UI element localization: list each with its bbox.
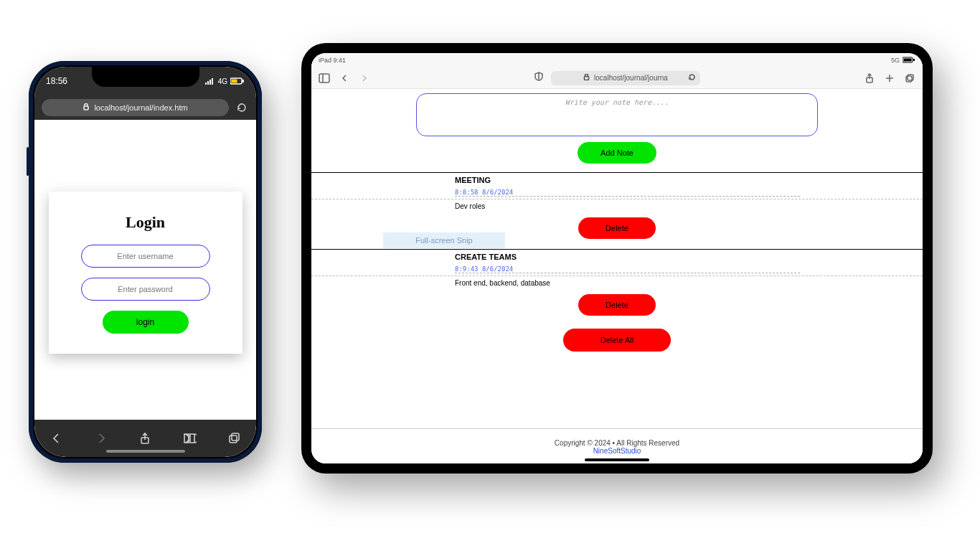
password-input[interactable] xyxy=(81,278,210,301)
tablet-status-bar: iPad 9:41 5G xyxy=(311,53,923,67)
footer-studio-link[interactable]: NineSoftStudio xyxy=(593,447,641,455)
login-heading: Login xyxy=(65,213,227,232)
tablet-device-frame: iPad 9:41 5G xyxy=(301,43,933,474)
tablet-network-label: 5G xyxy=(891,57,900,64)
reload-icon[interactable] xyxy=(688,73,696,83)
svg-rect-20 xyxy=(906,76,912,82)
tablet-page-content: Add Note MEETING 8:8:58 8/6/2024 Dev rol… xyxy=(311,89,923,463)
lock-icon xyxy=(83,103,90,112)
phone-screen: 18:56 4G localhost/journal/index. xyxy=(34,67,256,457)
signal-icon xyxy=(205,77,215,85)
svg-rect-0 xyxy=(205,83,207,85)
sidebar-icon[interactable] xyxy=(319,72,330,84)
note-body: Front end, backend, database xyxy=(311,276,923,287)
phone-device-frame: 18:56 4G localhost/journal/index. xyxy=(29,61,262,463)
add-note-button[interactable]: Add Note xyxy=(578,142,656,164)
login-card: Login login xyxy=(49,192,242,354)
back-icon[interactable] xyxy=(339,72,350,84)
note-title: MEETING xyxy=(455,176,923,184)
page-footer: Copyright © 2024 • All Rights Reserved N… xyxy=(311,428,923,455)
svg-rect-7 xyxy=(84,106,88,110)
tablet-url-text: localhost/journal/journa xyxy=(594,74,668,82)
svg-rect-13 xyxy=(913,59,915,61)
phone-status-time: 18:56 xyxy=(46,76,67,86)
delete-all-button[interactable]: Delete All xyxy=(563,329,671,352)
tablet-status-right: 5G xyxy=(891,57,915,65)
svg-rect-1 xyxy=(207,81,209,85)
shield-icon[interactable] xyxy=(534,72,544,85)
svg-rect-16 xyxy=(585,77,589,80)
phone-home-indicator xyxy=(106,450,185,453)
login-button[interactable]: login xyxy=(103,311,189,334)
tablet-home-indicator xyxy=(585,458,649,461)
delete-note-button[interactable]: Delete xyxy=(578,217,656,239)
phone-address-bar: localhost/journal/index.htm xyxy=(34,95,256,120)
footer-copyright: Copyright © 2024 • All Rights Reserved xyxy=(311,439,923,447)
delete-note-button[interactable]: Delete xyxy=(578,294,656,316)
note-body: Dev roles xyxy=(311,199,923,210)
phone-page-content: Login login xyxy=(34,120,256,420)
share-icon[interactable] xyxy=(137,430,153,446)
new-tab-icon[interactable] xyxy=(884,72,895,84)
forward-icon[interactable] xyxy=(93,430,109,446)
phone-notch xyxy=(92,67,199,87)
note-textarea[interactable] xyxy=(416,93,818,136)
bookmarks-icon[interactable] xyxy=(182,430,197,446)
svg-rect-2 xyxy=(209,80,211,85)
phone-network-label: 4G xyxy=(218,77,227,85)
svg-rect-14 xyxy=(319,74,329,83)
tablet-browser-toolbar: localhost/journal/journa xyxy=(311,67,923,89)
reload-icon[interactable] xyxy=(235,100,249,115)
svg-rect-10 xyxy=(232,433,239,441)
note-item: MEETING 8:8:58 8/6/2024 Dev roles Delete xyxy=(311,172,923,239)
note-timestamp: 8:9:43 8/6/2024 xyxy=(455,265,800,273)
username-input[interactable] xyxy=(81,245,210,268)
note-item: CREATE TEAMS 8:9:43 8/6/2024 Front end, … xyxy=(311,249,923,316)
battery-icon xyxy=(230,77,245,85)
back-icon[interactable] xyxy=(49,430,65,446)
note-title: CREATE TEAMS xyxy=(455,253,923,261)
tablet-status-device: iPad 9:41 xyxy=(319,57,346,64)
share-icon[interactable] xyxy=(864,72,875,84)
lock-icon xyxy=(583,74,590,82)
tabs-icon[interactable] xyxy=(904,72,915,84)
svg-rect-12 xyxy=(904,58,912,61)
svg-rect-6 xyxy=(242,80,244,83)
phone-status-right: 4G xyxy=(205,77,245,85)
battery-icon xyxy=(903,57,915,65)
phone-url-text: localhost/journal/index.htm xyxy=(94,103,187,112)
tabs-icon[interactable] xyxy=(226,430,242,446)
forward-icon[interactable] xyxy=(359,72,370,84)
note-timestamp: 8:8:58 8/6/2024 xyxy=(455,189,800,197)
tablet-address-pill[interactable]: localhost/journal/journa xyxy=(551,71,700,85)
svg-rect-3 xyxy=(212,78,213,85)
svg-rect-5 xyxy=(232,80,237,83)
svg-rect-21 xyxy=(908,75,913,80)
tablet-screen: iPad 9:41 5G xyxy=(311,53,923,463)
svg-rect-9 xyxy=(230,435,237,443)
phone-address-pill[interactable]: localhost/journal/index.htm xyxy=(42,99,229,116)
